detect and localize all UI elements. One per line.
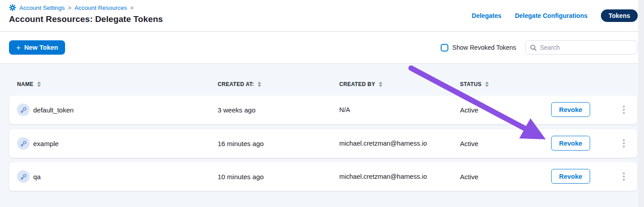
header-tab-nav: Delegates Delegate Configurations Tokens [472, 9, 638, 22]
column-header-status[interactable]: STATUS [460, 81, 489, 87]
table-row-example[interactable]: example 16 minutes ago michael.cretzman@… [9, 129, 637, 158]
table-row-default-token[interactable]: default_token 3 weeks ago N/A Active Rev… [9, 95, 637, 124]
new-token-button[interactable]: + New Token [9, 40, 65, 55]
tab-tokens-active[interactable]: Tokens [601, 9, 638, 22]
column-label: STATUS [460, 81, 482, 87]
token-name: qa [33, 162, 41, 191]
key-icon [17, 170, 30, 183]
sort-icon [258, 82, 261, 87]
token-created-at: 10 minutes ago [218, 162, 264, 191]
toolbar-right-group: Show Revoked Tokens [441, 40, 637, 55]
breadcrumb-link-account-settings[interactable]: Account Settings [19, 4, 65, 11]
revoke-button[interactable]: Revoke [551, 169, 590, 184]
token-created-at: 3 weeks ago [218, 95, 255, 124]
delegate-tokens-page: Account Settings > Account Resources > A… [0, 0, 644, 207]
tab-delegates[interactable]: Delegates [472, 12, 501, 19]
search-icon [530, 44, 537, 51]
breadcrumb-separator: > [68, 4, 71, 11]
search-box [525, 40, 637, 55]
tab-delegate-configurations[interactable]: Delegate Configurations [515, 12, 587, 19]
sort-icon [485, 82, 489, 87]
column-label: NAME [17, 81, 34, 87]
token-name: default_token [33, 95, 74, 124]
column-header-name[interactable]: NAME [17, 81, 41, 87]
page-header: Account Settings > Account Resources > A… [0, 0, 644, 32]
token-created-by: N/A [339, 95, 350, 124]
page-title: Account Resources: Delegate Tokens [9, 14, 163, 24]
revoke-button[interactable]: Revoke [551, 102, 590, 117]
column-label: CREATED AT: [218, 81, 254, 87]
token-status: Active [460, 129, 478, 158]
breadcrumb-link-account-resources[interactable]: Account Resources [74, 4, 127, 11]
toolbar: + New Token Show Revoked Tokens [0, 32, 644, 64]
tokens-table: NAME CREATED AT: CREATED BY STATUS [0, 64, 644, 207]
column-header-created-by[interactable]: CREATED BY [339, 81, 382, 87]
plus-icon: + [16, 44, 21, 52]
key-icon [17, 137, 30, 150]
token-status: Active [460, 162, 478, 191]
scrollbar-track[interactable] [638, 0, 644, 207]
table-row-qa[interactable]: qa 10 minutes ago michael.cretzman@harne… [9, 162, 637, 191]
search-input[interactable] [540, 44, 632, 51]
sort-icon [379, 82, 382, 87]
row-menu-kebab-icon[interactable] [618, 170, 629, 183]
show-revoked-checkbox[interactable] [441, 44, 448, 52]
gear-icon [9, 4, 16, 11]
key-icon [17, 104, 30, 116]
sort-icon [37, 82, 41, 87]
token-created-by: michael.cretzman@harness.io [339, 129, 427, 158]
revoke-button[interactable]: Revoke [551, 136, 590, 151]
breadcrumb-separator: > [130, 4, 134, 11]
new-token-label: New Token [24, 44, 58, 51]
column-header-created-at[interactable]: CREATED AT: [218, 81, 261, 87]
token-created-at: 16 minutes ago [218, 129, 264, 158]
row-menu-kebab-icon[interactable] [618, 137, 629, 150]
show-revoked-label: Show Revoked Tokens [452, 44, 516, 51]
breadcrumb: Account Settings > Account Resources > [9, 4, 134, 11]
token-created-by: michael.cretzman@harness.io [339, 162, 427, 191]
token-status: Active [460, 95, 478, 124]
column-label: CREATED BY [339, 81, 375, 87]
token-name: example [33, 129, 59, 158]
row-menu-kebab-icon[interactable] [618, 103, 629, 116]
